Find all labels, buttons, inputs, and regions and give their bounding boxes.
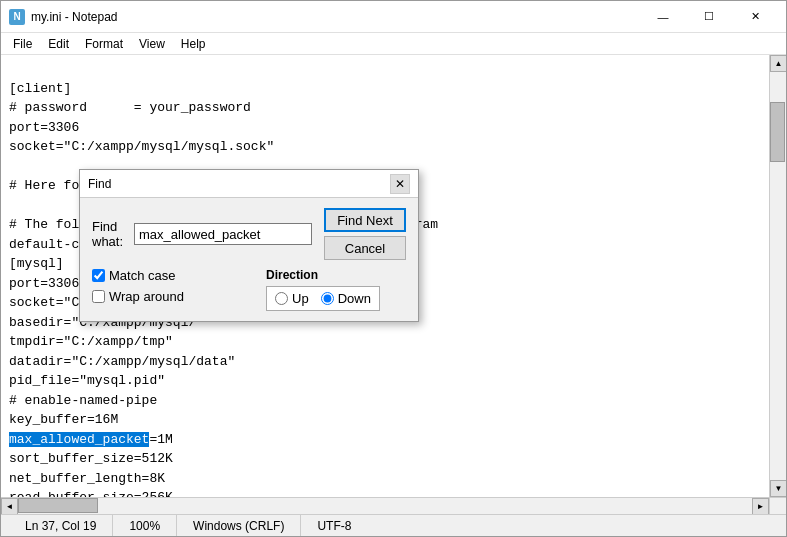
- direction-down-radio[interactable]: [321, 292, 334, 305]
- direction-label: Direction: [266, 268, 318, 282]
- find-dialog: Find ✕ Find what: Find Next Cancel Match: [79, 169, 419, 322]
- wrap-around-checkbox-row: Wrap around: [92, 289, 256, 304]
- line-14: tmpdir="C:/xampp/tmp": [9, 334, 173, 349]
- vertical-scrollbar[interactable]: ▲ ▼: [769, 55, 786, 497]
- scroll-thumb[interactable]: [770, 102, 785, 162]
- dialog-close-button[interactable]: ✕: [390, 174, 410, 194]
- dialog-title-bar: Find ✕: [80, 170, 418, 198]
- line-3: port=3306: [9, 120, 79, 135]
- find-input[interactable]: [134, 223, 312, 245]
- dialog-title: Find: [88, 177, 390, 191]
- wrap-around-label[interactable]: Wrap around: [109, 289, 184, 304]
- scroll-down-button[interactable]: ▼: [770, 480, 786, 497]
- minimize-button[interactable]: —: [640, 2, 686, 32]
- scroll-left-button[interactable]: ◄: [1, 498, 18, 515]
- checkboxes-group: Match case Wrap around: [92, 268, 256, 311]
- wrap-around-checkbox[interactable]: [92, 290, 105, 303]
- zoom-text: 100%: [129, 519, 160, 533]
- line-17: # enable-named-pipe: [9, 393, 157, 408]
- h-scroll-track[interactable]: [18, 498, 752, 514]
- menu-help[interactable]: Help: [173, 35, 214, 53]
- down-radio-item: Down: [321, 291, 371, 306]
- menu-file[interactable]: File: [5, 35, 40, 53]
- menu-bar: File Edit Format View Help: [1, 33, 786, 55]
- direction-radios: Up Down: [266, 286, 380, 311]
- encoding-text: UTF-8: [317, 519, 351, 533]
- line-19: max_allowed_packet=1M: [9, 432, 173, 447]
- line-10: [mysql]: [9, 256, 64, 271]
- encoding: UTF-8: [301, 515, 367, 536]
- line-20: sort_buffer_size=512K: [9, 451, 173, 466]
- find-what-label: Find what:: [92, 219, 128, 249]
- maximize-button[interactable]: ☐: [686, 2, 732, 32]
- line-16: pid_file="mysql.pid": [9, 373, 165, 388]
- line-15: datadir="C:/xampp/mysql/data": [9, 354, 235, 369]
- menu-format[interactable]: Format: [77, 35, 131, 53]
- match-case-checkbox[interactable]: [92, 269, 105, 282]
- scroll-track[interactable]: [770, 72, 786, 480]
- line-1: [client]: [9, 81, 71, 96]
- title-bar: N my.ini - Notepad — ☐ ✕: [1, 1, 786, 33]
- h-scroll-thumb[interactable]: [18, 498, 98, 513]
- scroll-corner: [769, 498, 786, 515]
- status-bar: Ln 37, Col 19 100% Windows (CRLF) UTF-8: [1, 514, 786, 536]
- match-case-checkbox-row: Match case: [92, 268, 256, 283]
- direction-down-label[interactable]: Down: [338, 291, 371, 306]
- position-text: Ln 37, Col 19: [25, 519, 96, 533]
- horizontal-scrollbar[interactable]: ◄ ►: [1, 497, 786, 514]
- menu-view[interactable]: View: [131, 35, 173, 53]
- find-what-row: Find what: Find Next Cancel: [92, 208, 406, 260]
- highlighted-text: max_allowed_packet: [9, 432, 149, 447]
- dialog-body: Find what: Find Next Cancel Match case: [80, 198, 418, 321]
- line-22: read_buffer_size=256K: [9, 490, 173, 497]
- cancel-button[interactable]: Cancel: [324, 236, 406, 260]
- line-21: net_buffer_length=8K: [9, 471, 165, 486]
- menu-edit[interactable]: Edit: [40, 35, 77, 53]
- line-18: key_buffer=16M: [9, 412, 118, 427]
- dialog-buttons: Find Next Cancel: [318, 208, 406, 260]
- direction-up-label[interactable]: Up: [292, 291, 309, 306]
- direction-group: Direction Up Down: [256, 268, 406, 311]
- match-case-label[interactable]: Match case: [109, 268, 175, 283]
- options-row: Match case Wrap around Direction Up: [92, 268, 406, 311]
- zoom-level: 100%: [113, 515, 177, 536]
- line-11: port=3306: [9, 276, 79, 291]
- app-icon: N: [9, 9, 25, 25]
- up-radio-item: Up: [275, 291, 309, 306]
- cursor-position: Ln 37, Col 19: [9, 515, 113, 536]
- direction-up-radio[interactable]: [275, 292, 288, 305]
- line-2: # password = your_password: [9, 100, 251, 115]
- line-ending: Windows (CRLF): [177, 515, 301, 536]
- scroll-right-button[interactable]: ►: [752, 498, 769, 515]
- scroll-up-button[interactable]: ▲: [770, 55, 786, 72]
- close-button[interactable]: ✕: [732, 2, 778, 32]
- find-next-button[interactable]: Find Next: [324, 208, 406, 232]
- window-title: my.ini - Notepad: [31, 10, 640, 24]
- window-controls: — ☐ ✕: [640, 2, 778, 32]
- main-window: N my.ini - Notepad — ☐ ✕ File Edit Forma…: [0, 0, 787, 537]
- line-4: socket="C:/xampp/mysql/mysql.sock": [9, 139, 274, 154]
- line-ending-text: Windows (CRLF): [193, 519, 284, 533]
